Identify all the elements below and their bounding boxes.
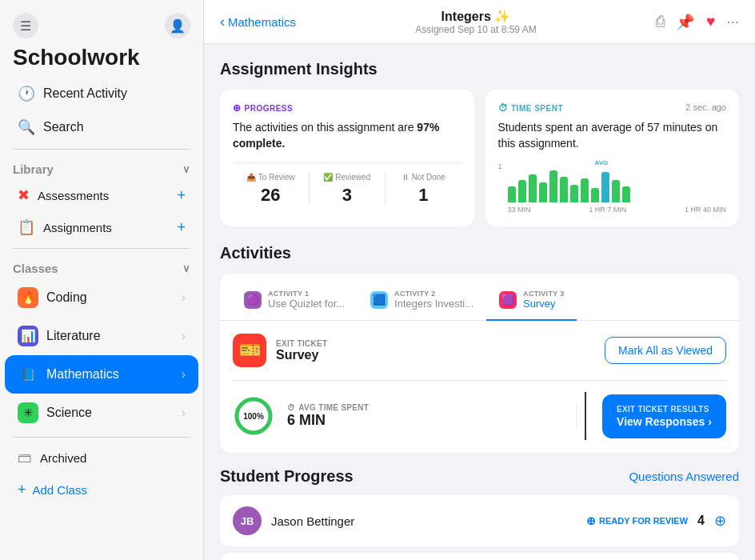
student-card-jb: JB Jason Bettinger ⊕ READY FOR REVIEW 4 … — [220, 495, 739, 546]
main-header: ‹ Mathematics Integers ✨ Assigned Sep 10… — [204, 0, 755, 44]
chart-label-3: 1 HR 40 MIN — [685, 206, 726, 214]
to-review-stat: 📤 To Review 26 — [233, 173, 310, 206]
sidebar-top: ☰ 👤 — [0, 0, 203, 38]
pin-button[interactable]: 📌 — [676, 13, 695, 31]
coding-class-icon: 🔥 — [18, 287, 38, 308]
time-spent-card: ⏱ TIME SPENT 2 sec. ago Students spent a… — [485, 90, 740, 226]
avatar-jb: JB — [233, 506, 262, 535]
add-class-button[interactable]: + Add Class — [0, 474, 203, 506]
callout-line — [585, 392, 586, 440]
timestamp: 2 sec. ago — [685, 102, 726, 112]
bar-chart: AVG — [508, 162, 727, 202]
sidebar-item-recent-activity[interactable]: 🕐 Recent Activity — [5, 77, 198, 110]
classes-section-label: Classes ∨ — [0, 254, 203, 278]
bar-9 — [591, 188, 599, 202]
check-icon: ✅ — [323, 173, 333, 182]
clock-icon: 🕐 — [18, 85, 35, 102]
reviewed-value: 3 — [316, 185, 379, 206]
bar-7 — [570, 185, 578, 202]
activity2-icon: 🟦 — [370, 291, 388, 309]
to-review-value: 26 — [239, 185, 302, 206]
exit-ticket-row: 🎫 EXIT TICKET Survey Mark All as Viewed — [233, 334, 726, 367]
activities-card: 🟣 ACTIVITY 1 Use Quizlet for... 🟦 ACTIVI… — [220, 274, 739, 453]
sidebar-item-mathematics[interactable]: 📘 Mathematics › — [5, 355, 198, 394]
share-button[interactable]: ⎙ — [656, 13, 665, 30]
progress-text: The activities on this assignment are 97… — [233, 120, 461, 151]
status-badge-jb: ⊕ READY FOR REVIEW — [586, 514, 688, 527]
progress-card: ⊕ PROGRESS The activities on this assign… — [220, 90, 474, 226]
avg-time-row: 100% ⏱ AVG TIME SPENT 6 MIN E — [233, 380, 726, 440]
back-button[interactable]: ‹ Mathematics — [220, 14, 296, 30]
view-responses-button[interactable]: EXIT TICKET RESULTS View Responses › — [602, 394, 726, 438]
progress-percent: 100% — [243, 412, 264, 421]
clock-icon: ⏱ — [287, 403, 295, 412]
sidebar-item-literature[interactable]: 📊 Literature › — [5, 317, 198, 355]
bar-6 — [560, 177, 568, 202]
sidebar-item-coding[interactable]: 🔥 Coding › — [5, 278, 198, 317]
sidebar-item-label: Search — [43, 120, 84, 134]
bar-12 — [622, 186, 630, 202]
science-class-icon: ✳ — [18, 402, 38, 423]
chevron-right-icon: › — [182, 290, 186, 305]
app-title: Schoolwork — [0, 38, 203, 77]
header-actions: ⎙ 📌 ♥ ··· — [656, 13, 739, 31]
mark-all-viewed-button[interactable]: Mark All as Viewed — [605, 337, 726, 364]
chevron-right-icon: › — [182, 329, 186, 343]
archived-icon: 🗃 — [18, 450, 32, 466]
chevron-right-icon: › — [708, 414, 712, 429]
exit-ticket-label: EXIT TICKET — [276, 339, 327, 348]
more-button-jb[interactable]: ⊕ — [714, 512, 726, 530]
stats-row: 📤 To Review 26 ✅ Reviewed 3 — [233, 162, 461, 206]
activity-tab-2[interactable]: 🟦 ACTIVITY 2 Integers Investi... — [358, 283, 486, 321]
avg-time-info: ⏱ AVG TIME SPENT 6 MIN — [287, 403, 577, 429]
page-title: Integers ✨ — [415, 9, 536, 24]
exit-ticket-name: Survey — [276, 348, 327, 362]
add-assessment-icon[interactable]: + — [177, 187, 186, 204]
time-spent-text: Students spent an average of 57 minutes … — [498, 120, 727, 151]
activity-tab-1[interactable]: 🟣 ACTIVITY 1 Use Quizlet for... — [231, 283, 358, 321]
bar-4 — [539, 182, 547, 202]
student-progress-title: Student Progress — [220, 467, 354, 486]
more-button[interactable]: ··· — [726, 13, 739, 30]
add-assignment-icon[interactable]: + — [177, 219, 186, 236]
library-section-label: Library ∨ — [0, 154, 203, 179]
favorite-button[interactable]: ♥ — [706, 13, 715, 30]
bar-5 — [549, 170, 557, 202]
chart-label-2: 1 HR 7 MIN — [589, 206, 626, 214]
activities-tabs: 🟣 ACTIVITY 1 Use Quizlet for... 🟦 ACTIVI… — [220, 274, 739, 321]
sidebar-item-assignments[interactable]: 📋 Assignments + — [5, 211, 198, 243]
divider — [13, 248, 190, 249]
student-progress-header: Student Progress Questions Answered — [220, 467, 739, 486]
student-name-jb: Jason Bettinger — [271, 514, 354, 528]
sidebar-item-science[interactable]: ✳ Science › — [5, 394, 198, 432]
chart-y-label: 1 — [498, 162, 502, 170]
sidebar-item-archived[interactable]: 🗃 Archived — [5, 442, 198, 474]
literature-class-icon: 📊 — [18, 326, 38, 346]
chevron-left-icon: ‹ — [220, 14, 225, 30]
divider — [13, 149, 190, 150]
assessments-icon: ✖ — [18, 186, 30, 204]
activity-tab-3[interactable]: 🟪 ACTIVITY 3 Survey — [486, 283, 577, 321]
progress-icon: ⊕ — [233, 102, 242, 114]
bar-1 — [508, 186, 516, 202]
bar-chart-container: 1 AVG — [498, 162, 727, 214]
student-progress-section: Student Progress Questions Answered JB J… — [220, 467, 739, 560]
reviewed-stat: ✅ Reviewed 3 — [310, 173, 386, 206]
bar-3 — [529, 174, 537, 202]
assignment-insights-title: Assignment Insights — [220, 60, 739, 78]
not-done-stat: ⏸ Not Done 1 — [385, 173, 461, 206]
profile-button[interactable]: 👤 — [165, 13, 190, 38]
sidebar-item-search[interactable]: 🔍 Search — [5, 110, 198, 144]
not-done-value: 1 — [392, 185, 455, 206]
chevron-down-icon: ∨ — [182, 163, 190, 175]
time-spent-label: ⏱ TIME SPENT — [498, 102, 564, 114]
progress-circle: 100% — [233, 395, 274, 437]
circle-plus-icon: ⊕ — [586, 514, 596, 527]
mathematics-class-icon: 📘 — [18, 364, 38, 385]
header-center: Integers ✨ Assigned Sep 10 at 8:59 AM — [415, 9, 536, 35]
toggle-sidebar-button[interactable]: ☰ — [13, 13, 38, 38]
sidebar-item-assessments[interactable]: ✖ Assessments + — [5, 179, 198, 211]
questions-answered-link[interactable]: Questions Answered — [629, 470, 739, 483]
insights-row: ⊕ PROGRESS The activities on this assign… — [220, 90, 739, 226]
main-content: Assignment Insights ⊕ PROGRESS The activ… — [204, 44, 755, 560]
